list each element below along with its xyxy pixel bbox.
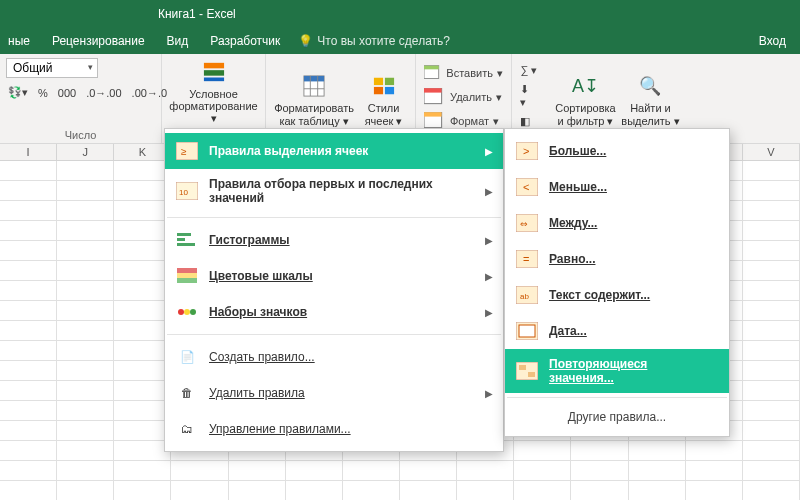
ribbon-tabs: ные Рецензирование Вид Разработчик 💡 Что… bbox=[0, 28, 800, 54]
svg-rect-11 bbox=[384, 87, 393, 94]
menu-new-rule[interactable]: 📄 Создать правило... bbox=[165, 339, 503, 375]
cell-styles-button[interactable]: Стилиячеек ▾ bbox=[358, 72, 409, 126]
submenu-between[interactable]: ⇔ Между... bbox=[505, 205, 729, 241]
svg-text:≥: ≥ bbox=[181, 146, 187, 157]
svg-rect-27 bbox=[177, 278, 197, 283]
comma-button[interactable]: 000 bbox=[56, 84, 78, 101]
chevron-down-icon: ▾ bbox=[88, 62, 93, 72]
text-contains-icon: ab bbox=[515, 285, 539, 305]
svg-rect-23 bbox=[177, 238, 185, 241]
submenu-more-rules[interactable]: Другие правила... bbox=[505, 402, 729, 432]
svg-point-28 bbox=[178, 309, 184, 315]
col-header[interactable]: V bbox=[743, 144, 800, 160]
bulb-icon: 💡 bbox=[298, 34, 313, 48]
menu-data-bars[interactable]: Гистограммы ▶ bbox=[165, 222, 503, 258]
number-format-combo[interactable]: Общий ▾ bbox=[6, 58, 98, 78]
format-as-table-button[interactable]: Форматироватькак таблицу ▾ bbox=[272, 72, 356, 126]
submenu-equal-to[interactable]: = Равно... bbox=[505, 241, 729, 277]
submenu-arrow-icon: ▶ bbox=[485, 186, 493, 197]
tell-me-label: Что вы хотите сделать? bbox=[317, 34, 450, 48]
group-label-number: Число bbox=[6, 127, 155, 141]
window-title: Книга1 - Excel bbox=[158, 7, 236, 21]
increase-decimal-button[interactable]: .0→.00 bbox=[84, 84, 123, 101]
submenu-less-than[interactable]: < Меньше... bbox=[505, 169, 729, 205]
highlight-cells-icon: ≥ bbox=[175, 141, 199, 161]
svg-rect-1 bbox=[203, 70, 223, 76]
tab-review[interactable]: Рецензирование bbox=[48, 30, 149, 52]
menu-top-bottom-rules[interactable]: 10 Правила отбора первых и последних зна… bbox=[165, 169, 503, 213]
svg-rect-43 bbox=[516, 362, 538, 380]
duplicate-values-icon bbox=[515, 361, 539, 381]
insert-button[interactable]: Вставить ▾ bbox=[422, 62, 505, 84]
conditional-formatting-button[interactable]: Условноеформатирование ▾ bbox=[168, 58, 259, 124]
manage-rules-icon: 🗂 bbox=[175, 419, 199, 439]
tab-data[interactable]: ные bbox=[4, 30, 34, 52]
delete-button[interactable]: Удалить ▾ bbox=[422, 86, 505, 108]
menu-manage-rules[interactable]: 🗂 Управление правилами... bbox=[165, 411, 503, 447]
fill-button[interactable]: ⬇ ▾ bbox=[518, 81, 540, 111]
svg-text:>: > bbox=[523, 145, 529, 157]
conditional-format-menu: ≥ Правила выделения ячеек ▶ 10 Правила о… bbox=[164, 128, 504, 452]
submenu-arrow-icon: ▶ bbox=[485, 271, 493, 282]
submenu-arrow-icon: ▶ bbox=[485, 307, 493, 318]
svg-text:ab: ab bbox=[520, 292, 529, 301]
svg-rect-15 bbox=[424, 88, 442, 92]
svg-rect-42 bbox=[519, 325, 535, 337]
between-icon: ⇔ bbox=[515, 213, 539, 233]
data-bars-icon bbox=[175, 230, 199, 250]
tab-developer[interactable]: Разработчик bbox=[206, 30, 284, 52]
svg-rect-9 bbox=[384, 78, 393, 85]
conditional-formatting-icon bbox=[200, 58, 228, 86]
svg-point-30 bbox=[190, 309, 196, 315]
svg-rect-24 bbox=[177, 243, 195, 246]
svg-rect-4 bbox=[304, 76, 324, 82]
svg-rect-2 bbox=[203, 78, 223, 82]
submenu-arrow-icon: ▶ bbox=[485, 388, 493, 399]
sort-filter-icon: A↧ bbox=[571, 72, 599, 100]
col-header[interactable]: K bbox=[114, 144, 171, 160]
find-select-button[interactable]: 🔍 Найти ивыделить ▾ bbox=[621, 72, 680, 126]
percent-button[interactable]: % bbox=[36, 84, 50, 101]
submenu-text-contains[interactable]: ab Текст содержит... bbox=[505, 277, 729, 313]
greater-than-icon: > bbox=[515, 141, 539, 161]
svg-rect-8 bbox=[373, 78, 382, 85]
tab-view[interactable]: Вид bbox=[163, 30, 193, 52]
cell-styles-icon bbox=[370, 72, 398, 100]
date-icon bbox=[515, 321, 539, 341]
login-link[interactable]: Вход bbox=[759, 34, 786, 48]
submenu-date[interactable]: Дата... bbox=[505, 313, 729, 349]
svg-rect-25 bbox=[177, 268, 197, 273]
svg-rect-26 bbox=[177, 273, 197, 278]
tell-me[interactable]: 💡 Что вы хотите сделать? bbox=[298, 34, 450, 48]
menu-highlight-cells-rules[interactable]: ≥ Правила выделения ячеек ▶ bbox=[165, 133, 503, 169]
menu-icon-sets[interactable]: Наборы значков ▶ bbox=[165, 294, 503, 330]
submenu-greater-than[interactable]: > Больше... bbox=[505, 133, 729, 169]
format-as-table-icon bbox=[300, 72, 328, 100]
top-bottom-icon: 10 bbox=[175, 181, 199, 201]
clear-rules-icon: 🗑 bbox=[175, 383, 199, 403]
menu-clear-rules[interactable]: 🗑 Удалить правила ▶ bbox=[165, 375, 503, 411]
svg-rect-10 bbox=[373, 87, 382, 94]
col-header[interactable]: J bbox=[57, 144, 114, 160]
new-rule-icon: 📄 bbox=[175, 347, 199, 367]
autosum-button[interactable]: ∑ ▾ bbox=[519, 62, 540, 79]
icon-sets-icon bbox=[175, 302, 199, 322]
number-format-value: Общий bbox=[13, 61, 53, 75]
svg-point-29 bbox=[184, 309, 190, 315]
group-number: Общий ▾ 💱▾ % 000 .0→.00 .00→.0 Число bbox=[0, 54, 162, 143]
submenu-duplicate-values[interactable]: Повторяющиеся значения... bbox=[505, 349, 729, 393]
insert-icon bbox=[424, 64, 442, 82]
highlight-cells-submenu: > Больше... < Меньше... ⇔ Между... = Рав… bbox=[504, 128, 730, 437]
svg-rect-44 bbox=[519, 365, 526, 370]
svg-rect-13 bbox=[424, 66, 439, 70]
less-than-icon: < bbox=[515, 177, 539, 197]
sort-filter-button[interactable]: A↧ Сортировкаи фильтр ▾ bbox=[552, 72, 619, 126]
menu-color-scales[interactable]: Цветовые шкалы ▶ bbox=[165, 258, 503, 294]
equal-icon: = bbox=[515, 249, 539, 269]
col-header[interactable]: I bbox=[0, 144, 57, 160]
svg-text:<: < bbox=[523, 181, 529, 193]
svg-rect-0 bbox=[203, 63, 223, 69]
titlebar: Книга1 - Excel bbox=[0, 0, 800, 28]
svg-text:10: 10 bbox=[179, 188, 188, 197]
currency-button[interactable]: 💱▾ bbox=[6, 84, 30, 101]
